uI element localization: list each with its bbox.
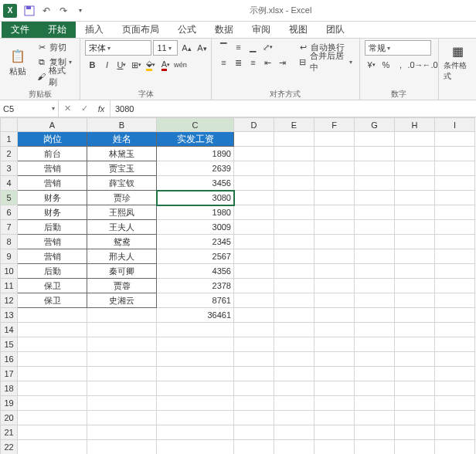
- cell-F9[interactable]: [314, 249, 355, 264]
- cell-A14[interactable]: [18, 323, 87, 337]
- cell-C21[interactable]: [157, 425, 234, 440]
- cell-D13[interactable]: [234, 308, 274, 323]
- cell-G8[interactable]: [355, 235, 395, 249]
- orientation-button[interactable]: ⤢▾: [260, 40, 274, 54]
- cell-I21[interactable]: [435, 425, 475, 440]
- cell-B5[interactable]: 贾珍: [87, 191, 157, 205]
- cell-A18[interactable]: [18, 381, 87, 396]
- cell-B11[interactable]: 贾蓉: [87, 279, 157, 293]
- cell-G22[interactable]: [355, 440, 395, 455]
- cell-A12[interactable]: 保卫: [18, 293, 87, 308]
- qat-dropdown[interactable]: ▾: [73, 3, 88, 19]
- cell-B20[interactable]: [87, 411, 157, 425]
- cell-D18[interactable]: [234, 381, 274, 396]
- cell-I13[interactable]: [435, 308, 475, 323]
- cell-H21[interactable]: [395, 425, 435, 440]
- cell-E17[interactable]: [274, 367, 314, 381]
- cell-I7[interactable]: [435, 220, 475, 235]
- cell-G18[interactable]: [355, 381, 395, 396]
- italic-button[interactable]: I: [100, 58, 114, 72]
- cell-A11[interactable]: 保卫: [18, 279, 87, 293]
- cell-A13[interactable]: [18, 308, 87, 323]
- cell-E9[interactable]: [274, 249, 314, 264]
- cell-H18[interactable]: [395, 381, 435, 396]
- align-right-button[interactable]: ≡: [246, 56, 260, 69]
- conditional-format-button[interactable]: ▦ 条件格式: [444, 40, 471, 83]
- row-header-6[interactable]: 6: [1, 205, 18, 220]
- cell-C6[interactable]: 1980: [157, 205, 234, 220]
- cell-H1[interactable]: [395, 132, 435, 147]
- cell-I1[interactable]: [435, 132, 475, 147]
- row-header-15[interactable]: 15: [1, 337, 18, 352]
- row-header-13[interactable]: 13: [1, 308, 18, 323]
- column-header-B[interactable]: B: [87, 118, 157, 132]
- row-header-18[interactable]: 18: [1, 381, 18, 396]
- cell-D15[interactable]: [234, 337, 274, 352]
- align-top-button[interactable]: ▔: [216, 40, 230, 54]
- row-header-9[interactable]: 9: [1, 249, 18, 264]
- increase-indent-button[interactable]: ⇥: [275, 56, 289, 69]
- column-header-A[interactable]: A: [18, 118, 87, 132]
- cell-C10[interactable]: 4356: [157, 264, 234, 279]
- select-all-corner[interactable]: [1, 118, 18, 132]
- cell-I6[interactable]: [435, 205, 475, 220]
- cell-H5[interactable]: [395, 191, 435, 205]
- cell-A10[interactable]: 后勤: [18, 264, 87, 279]
- tab-review[interactable]: 审阅: [243, 22, 280, 38]
- cell-C12[interactable]: 8761: [157, 293, 234, 308]
- cell-D6[interactable]: [234, 205, 274, 220]
- tab-data[interactable]: 数据: [206, 22, 243, 38]
- fill-color-button[interactable]: ⬙▾: [144, 58, 158, 72]
- cell-E1[interactable]: [274, 132, 314, 147]
- cell-F15[interactable]: [314, 337, 355, 352]
- cell-E7[interactable]: [274, 220, 314, 235]
- cell-A9[interactable]: 营销: [18, 249, 87, 264]
- cell-G19[interactable]: [355, 396, 395, 411]
- font-size-combo[interactable]: 11▾: [153, 40, 178, 56]
- row-header-22[interactable]: 22: [1, 440, 18, 455]
- cell-F3[interactable]: [314, 161, 355, 176]
- cell-F1[interactable]: [314, 132, 355, 147]
- cell-H19[interactable]: [395, 396, 435, 411]
- cell-E2[interactable]: [274, 147, 314, 161]
- cell-D16[interactable]: [234, 352, 274, 367]
- undo-button[interactable]: ↶: [39, 3, 54, 19]
- cell-D3[interactable]: [234, 161, 274, 176]
- cell-B22[interactable]: [87, 440, 157, 455]
- cell-G3[interactable]: [355, 161, 395, 176]
- cell-F4[interactable]: [314, 176, 355, 191]
- cell-C16[interactable]: [157, 352, 234, 367]
- row-header-12[interactable]: 12: [1, 293, 18, 308]
- cell-G6[interactable]: [355, 205, 395, 220]
- cell-A15[interactable]: [18, 337, 87, 352]
- align-left-button[interactable]: ≡: [216, 56, 230, 69]
- cell-C17[interactable]: [157, 367, 234, 381]
- cell-I19[interactable]: [435, 396, 475, 411]
- row-header-16[interactable]: 16: [1, 352, 18, 367]
- cell-F18[interactable]: [314, 381, 355, 396]
- cell-C15[interactable]: [157, 337, 234, 352]
- cell-G15[interactable]: [355, 337, 395, 352]
- cell-E13[interactable]: [274, 308, 314, 323]
- cell-G4[interactable]: [355, 176, 395, 191]
- cell-B19[interactable]: [87, 396, 157, 411]
- cell-F21[interactable]: [314, 425, 355, 440]
- paste-button[interactable]: 📋 粘贴: [5, 40, 31, 83]
- cell-A20[interactable]: [18, 411, 87, 425]
- cell-D20[interactable]: [234, 411, 274, 425]
- cell-G14[interactable]: [355, 323, 395, 337]
- cell-E8[interactable]: [274, 235, 314, 249]
- cell-E16[interactable]: [274, 352, 314, 367]
- cell-G20[interactable]: [355, 411, 395, 425]
- cell-H6[interactable]: [395, 205, 435, 220]
- cell-A4[interactable]: 营销: [18, 176, 87, 191]
- cell-I17[interactable]: [435, 367, 475, 381]
- cell-B10[interactable]: 秦可卿: [87, 264, 157, 279]
- row-header-3[interactable]: 3: [1, 161, 18, 176]
- cell-F20[interactable]: [314, 411, 355, 425]
- cell-E12[interactable]: [274, 293, 314, 308]
- cell-D19[interactable]: [234, 396, 274, 411]
- cell-B6[interactable]: 王熙凤: [87, 205, 157, 220]
- cell-C22[interactable]: [157, 440, 234, 455]
- column-header-G[interactable]: G: [355, 118, 395, 132]
